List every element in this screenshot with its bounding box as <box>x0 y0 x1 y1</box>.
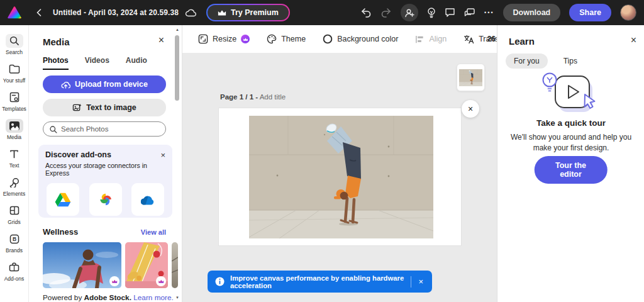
media-tabs: Photos Videos Audio <box>43 56 147 70</box>
page-number: Page 1 / 1 - <box>220 93 258 101</box>
resize-tool[interactable]: Resize <box>198 34 250 44</box>
tab-videos[interactable]: Videos <box>85 56 109 70</box>
try-premium-label: Try Premium <box>231 8 279 17</box>
google-photos-icon <box>97 191 114 208</box>
align-tool: Align <box>415 35 447 44</box>
search-icon <box>49 125 57 133</box>
design-page[interactable] <box>219 108 461 245</box>
connector-google-photos[interactable] <box>89 183 122 216</box>
sidebar-item-label: Your stuff <box>3 77 25 84</box>
stock-photo-woman-sky[interactable] <box>43 242 121 288</box>
zoom-level[interactable]: 26 <box>487 35 496 43</box>
download-button[interactable]: Download <box>503 4 561 21</box>
handstand-photo[interactable] <box>249 116 433 238</box>
wellness-thumbnails <box>43 242 182 288</box>
sidebar-item-brands[interactable]: B Brands <box>0 228 29 257</box>
google-drive-icon <box>55 193 71 207</box>
adobe-express-logo-icon[interactable] <box>8 6 21 19</box>
wellness-section-title: Wellness <box>43 227 78 237</box>
sidebar-item-label: Text <box>9 162 19 169</box>
scroll-down-icon[interactable]: ▼ <box>174 296 180 299</box>
document-title[interactable]: Untitled - April 03, 2024 at 20.59.38 <box>53 8 179 17</box>
try-premium-button[interactable]: Try Premium <box>206 4 290 21</box>
scroll-up-icon[interactable]: ▲ <box>174 28 180 31</box>
resize-icon <box>198 34 208 44</box>
sidebar-item-label: Brands <box>6 247 23 254</box>
close-icon[interactable]: × <box>158 35 164 46</box>
adobe-express-app: Untitled - April 03, 2024 at 20.59.38 Tr… <box>0 0 644 302</box>
close-icon[interactable]: × <box>631 35 636 46</box>
tab-photos[interactable]: Photos <box>43 56 69 70</box>
photo-search-field[interactable] <box>43 121 166 137</box>
text-to-image-label: Text to image <box>86 103 136 112</box>
upload-cloud-icon <box>61 81 70 89</box>
powered-by-text: Powered by <box>43 293 84 302</box>
connector-google-drive[interactable] <box>47 183 79 216</box>
folder-icon <box>6 62 23 76</box>
left-rail: Search Your stuff Templates Media Text E… <box>0 25 29 302</box>
lightbulb-icon[interactable] <box>427 8 436 18</box>
search-photos-input[interactable] <box>61 125 155 133</box>
topbar: Untitled - April 03, 2024 at 20.59.38 Tr… <box>0 0 644 25</box>
scrollbar-thumb[interactable] <box>175 35 179 101</box>
upload-from-device-label: Upload from device <box>75 80 148 89</box>
page-thumbnail[interactable] <box>457 64 485 91</box>
theme-tool[interactable]: Theme <box>267 34 306 44</box>
cloud-sync-icon[interactable] <box>185 9 196 17</box>
tab-for-you[interactable]: For you <box>506 53 548 69</box>
translate-icon <box>464 35 474 44</box>
comments-panel-icon[interactable] <box>464 8 475 18</box>
sidebar-item-label: Media <box>7 134 21 140</box>
video-tour-icon <box>538 70 604 117</box>
sidebar-item-search[interactable]: Search <box>0 30 29 59</box>
tab-tips[interactable]: Tips <box>555 53 586 69</box>
tour-the-editor-button[interactable]: Tour the editor <box>534 156 608 184</box>
connector-onedrive[interactable] <box>131 183 164 216</box>
upload-from-device-button[interactable]: Upload from device <box>43 76 166 93</box>
background-color-tool[interactable]: Background color <box>323 34 398 44</box>
close-icon[interactable]: × <box>160 150 165 160</box>
premium-crown-icon <box>156 276 166 286</box>
media-panel: Media × Photos Videos Audio Upload from … <box>29 25 182 302</box>
learn-panel-title: Learn <box>509 36 535 47</box>
sidebar-item-media[interactable]: Media <box>0 115 29 143</box>
add-ons-icon <box>6 260 23 274</box>
sidebar-item-text[interactable]: Text <box>0 143 29 172</box>
background-color-icon <box>323 34 333 44</box>
theme-icon <box>267 34 277 44</box>
undo-icon[interactable] <box>360 8 372 18</box>
share-button[interactable]: Share <box>569 4 611 21</box>
more-options-icon[interactable]: ••• <box>484 9 494 16</box>
stock-photo-pink-scene[interactable] <box>125 242 168 288</box>
text-to-image-button[interactable]: Text to image <box>43 99 166 116</box>
discover-title: Discover add-ons <box>45 150 111 159</box>
comment-icon[interactable] <box>445 8 455 18</box>
elements-icon <box>6 176 23 189</box>
close-icon[interactable]: × <box>417 277 425 286</box>
sidebar-item-label: Search <box>6 49 23 55</box>
sidebar-item-your-stuff[interactable]: Your stuff <box>0 59 29 87</box>
sidebar-item-elements[interactable]: Elements <box>0 172 29 200</box>
user-avatar[interactable] <box>620 4 636 21</box>
banner-divider <box>411 276 411 288</box>
add-title-hint[interactable]: Add title <box>260 93 286 101</box>
learn-more-link[interactable]: Learn more. <box>133 293 174 302</box>
sidebar-item-grids[interactable]: Grids <box>0 200 29 228</box>
close-icon[interactable]: × <box>462 100 479 118</box>
media-panel-scrollbar[interactable]: ▲ ▼ <box>174 26 180 301</box>
redo-icon[interactable] <box>380 8 392 18</box>
invite-people-icon[interactable] <box>401 4 418 21</box>
discover-subtitle: Access your storage connectors in Expres… <box>45 162 165 177</box>
onedrive-icon <box>138 194 157 206</box>
canvas[interactable]: Page 1 / 1 - Add title × Improve canvas … <box>182 53 497 302</box>
back-chevron-icon[interactable] <box>36 9 42 16</box>
tab-audio[interactable]: Audio <box>126 56 147 70</box>
media-panel-title: Media <box>43 36 70 47</box>
sidebar-item-add-ons[interactable]: Add-ons <box>0 257 29 285</box>
sidebar-item-label: Templates <box>2 106 26 112</box>
align-label: Align <box>429 35 447 43</box>
text-icon <box>6 147 23 161</box>
view-all-link[interactable]: View all <box>141 228 166 236</box>
sidebar-item-templates[interactable]: Templates <box>0 87 29 115</box>
quick-tour-body: We'll show you around and help you make … <box>508 132 634 154</box>
